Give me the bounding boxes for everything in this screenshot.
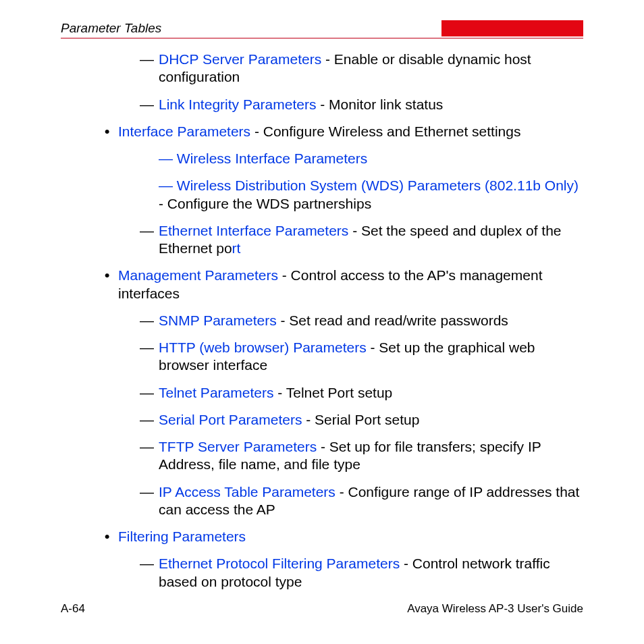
link-http-parameters[interactable]: HTTP (web browser) Parameters bbox=[159, 340, 367, 355]
text: - Telnet Port setup bbox=[273, 385, 392, 400]
dash-icon: — bbox=[140, 555, 159, 591]
text: - Configure the WDS partnerships bbox=[159, 196, 371, 211]
page-footer: A-64 Avaya Wireless AP-3 User's Guide bbox=[61, 602, 583, 616]
list-item: — DHCP Server Parameters - Enable or dis… bbox=[140, 51, 583, 86]
bullet-icon: • bbox=[105, 123, 118, 140]
list-item: — Link Integrity Parameters - Monitor li… bbox=[140, 96, 583, 113]
text: - Monitor link status bbox=[316, 97, 443, 112]
dash-icon: — bbox=[140, 438, 159, 474]
link-wds-parameters[interactable]: — Wireless Distribution System (WDS) Par… bbox=[159, 178, 579, 193]
link-interface-parameters[interactable]: Interface Parameters bbox=[118, 124, 250, 139]
link-wireless-interface-parameters[interactable]: — Wireless Interface Parameters bbox=[159, 151, 367, 166]
list-item: • Filtering Parameters bbox=[105, 528, 583, 545]
list-item: — Serial Port Parameters - Serial Port s… bbox=[140, 411, 583, 429]
link-ethernet-interface-parameters[interactable]: Ethernet Interface Parameters bbox=[159, 223, 348, 238]
bullet-icon: • bbox=[105, 528, 118, 545]
link-snmp-parameters[interactable]: SNMP Parameters bbox=[159, 313, 277, 328]
content-body: — DHCP Server Parameters - Enable or dis… bbox=[61, 51, 583, 591]
page-number: A-64 bbox=[61, 602, 85, 616]
dash-icon: — bbox=[140, 96, 159, 113]
text-rt: rt bbox=[232, 240, 241, 256]
dash-icon: — bbox=[140, 312, 159, 329]
list-item: — HTTP (web browser) Parameters - Set up… bbox=[140, 339, 583, 375]
link-management-parameters[interactable]: Management Parameters bbox=[118, 267, 278, 283]
dash-icon: — bbox=[140, 483, 159, 519]
link-telnet-parameters[interactable]: Telnet Parameters bbox=[159, 385, 273, 400]
text: - Set read and read/write passwords bbox=[277, 313, 508, 328]
bullet-icon: • bbox=[105, 267, 118, 302]
dash-icon: — bbox=[140, 339, 159, 375]
list-item: — TFTP Server Parameters - Set up for fi… bbox=[140, 438, 583, 474]
list-item: • Management Parameters - Control access… bbox=[105, 267, 583, 302]
link-dhcp-server-parameters[interactable]: DHCP Server Parameters bbox=[159, 51, 321, 67]
page-header: Parameter Tables bbox=[61, 20, 583, 38]
dash-icon: — bbox=[140, 384, 159, 402]
list-item: — Wireless Interface Parameters bbox=[140, 150, 583, 167]
list-item: — Ethernet Protocol Filtering Parameters… bbox=[140, 555, 583, 591]
link-tftp-server-parameters[interactable]: TFTP Server Parameters bbox=[159, 439, 317, 454]
link-filtering-parameters[interactable]: Filtering Parameters bbox=[118, 529, 246, 544]
text: - Configure Wireless and Ethernet settin… bbox=[250, 124, 520, 139]
header-red-bar bbox=[441, 20, 583, 36]
link-ethernet-protocol-filtering-parameters[interactable]: Ethernet Protocol Filtering Parameters bbox=[159, 556, 400, 571]
link-ip-access-table-parameters[interactable]: IP Access Table Parameters bbox=[159, 484, 336, 500]
list-item: — IP Access Table Parameters - Configure… bbox=[140, 483, 583, 519]
dash-icon bbox=[140, 177, 159, 213]
list-item: — SNMP Parameters - Set read and read/wr… bbox=[140, 312, 583, 329]
link-serial-port-parameters[interactable]: Serial Port Parameters bbox=[159, 412, 302, 427]
list-item: — Wireless Distribution System (WDS) Par… bbox=[140, 177, 583, 213]
dash-icon: — bbox=[140, 411, 159, 429]
list-item: — Telnet Parameters - Telnet Port setup bbox=[140, 384, 583, 402]
link-link-integrity-parameters[interactable]: Link Integrity Parameters bbox=[159, 97, 316, 112]
list-item: • Interface Parameters - Configure Wirel… bbox=[105, 123, 583, 140]
dash-icon: — bbox=[140, 222, 159, 258]
list-item: — Ethernet Interface Parameters - Set th… bbox=[140, 222, 583, 258]
document-title: Avaya Wireless AP-3 User's Guide bbox=[407, 602, 583, 616]
text: - Serial Port setup bbox=[302, 412, 419, 427]
dash-icon bbox=[140, 150, 159, 167]
header-title: Parameter Tables bbox=[61, 21, 161, 36]
dash-icon: — bbox=[140, 51, 159, 86]
